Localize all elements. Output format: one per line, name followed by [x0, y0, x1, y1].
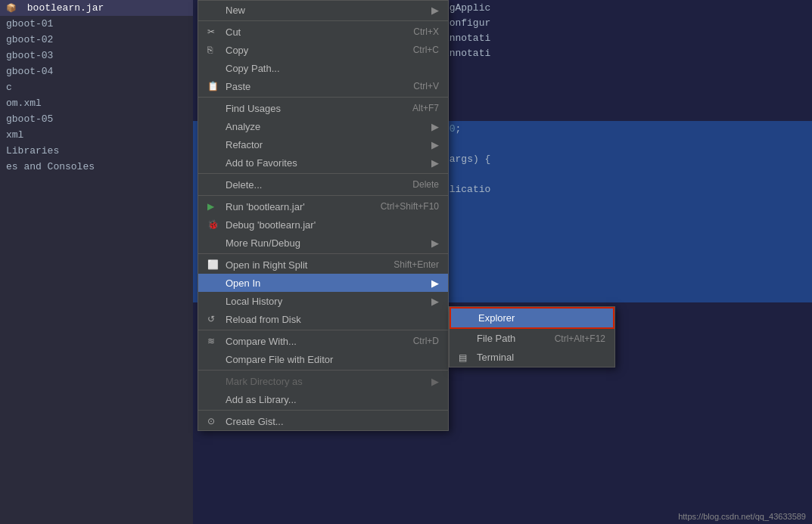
menu-item-create-gist-label: Create Gist...: [226, 416, 439, 427]
menu-item-refactor[interactable]: Refactor ▶: [198, 135, 448, 153]
url-text: https://blog.csdn.net/qq_43633589: [678, 512, 806, 521]
run-shortcut: Ctrl+Shift+F10: [381, 201, 439, 212]
menu-item-local-history[interactable]: Local History ▶: [198, 292, 448, 310]
sidebar-item-label: c: [6, 82, 12, 93]
submenu-item-terminal-label: Terminal: [477, 352, 514, 363]
analyze-arrow-icon: ▶: [431, 121, 439, 132]
compare-shortcut: Ctrl+D: [413, 336, 439, 346]
find-usages-shortcut: Alt+F7: [412, 103, 439, 113]
sidebar-item-gboot-02[interactable]: gboot-02: [0, 32, 193, 48]
menu-item-compare-with-label: Compare With...: [226, 336, 398, 347]
menu-item-open-in-right-split[interactable]: ⬜ Open in Right Split Shift+Enter: [198, 256, 448, 274]
sidebar-item-label: es and Consoles: [6, 161, 95, 172]
menu-item-mark-directory[interactable]: Mark Directory as ▶: [198, 372, 448, 390]
menu-item-more-run-debug[interactable]: More Run/Debug ▶: [198, 234, 448, 252]
menu-item-copy-path[interactable]: Copy Path...: [198, 59, 448, 77]
menu-item-delete-label: Delete...: [226, 179, 397, 191]
menu-item-create-gist[interactable]: ⊙ Create Gist...: [198, 412, 448, 430]
menu-item-open-in[interactable]: Open In ▶: [198, 274, 448, 292]
more-run-debug-arrow-icon: ▶: [431, 237, 439, 249]
sidebar-item-bootlearn-jar[interactable]: 📦 bootlearn.jar: [0, 0, 193, 16]
menu-item-add-library-label: Add as Library...: [226, 394, 439, 405]
sidebar-item-libraries[interactable]: Libraries: [0, 143, 193, 159]
jar-icon: 📦: [6, 3, 18, 13]
menu-separator-5: [198, 253, 448, 254]
sidebar-item-gboot-01[interactable]: gboot-01: [0, 16, 193, 32]
sidebar-item-pom-xml[interactable]: om.xml: [0, 95, 193, 111]
menu-item-local-history-label: Local History: [226, 296, 428, 307]
menu-item-add-as-library[interactable]: Add as Library...: [198, 390, 448, 408]
submenu-item-file-path[interactable]: File Path Ctrl+Alt+F12: [450, 329, 614, 348]
menu-item-add-to-favorites-label: Add to Favorites: [226, 157, 428, 169]
sidebar-item-gboot-05[interactable]: gboot-05: [0, 111, 193, 127]
menu-item-more-run-debug-label: More Run/Debug: [226, 237, 428, 249]
menu-item-debug-label: Debug 'bootlearn.jar': [226, 219, 439, 231]
menu-item-reload-from-disk[interactable]: ↺ Reload from Disk: [198, 310, 448, 328]
menu-item-run-label: Run 'bootlearn.jar': [226, 201, 366, 212]
menu-item-copy[interactable]: ⎘ Copy Ctrl+C: [198, 41, 448, 59]
refactor-arrow-icon: ▶: [431, 139, 439, 150]
sidebar-item-label: bootlearn.jar: [27, 2, 104, 14]
terminal-icon: ▤: [459, 352, 472, 363]
menu-item-find-usages[interactable]: Find Usages Alt+F7: [198, 99, 448, 117]
reload-icon: ↺: [207, 314, 221, 324]
menu-item-refactor-label: Refactor: [226, 139, 428, 150]
open-right-split-icon: ⬜: [207, 259, 221, 270]
menu-separator-3: [198, 173, 448, 174]
menu-item-compare-file-editor-label: Compare File with Editor: [226, 354, 439, 365]
open-in-arrow-icon: ▶: [431, 278, 439, 289]
context-menu: New ▶ ✂ Cut Ctrl+X ⎘ Copy Ctrl+C Copy Pa…: [198, 0, 449, 431]
sidebar-item-label: gboot-01: [6, 18, 53, 29]
copy-shortcut: Ctrl+C: [413, 45, 439, 55]
open-right-split-shortcut: Shift+Enter: [394, 259, 439, 270]
favorites-arrow-icon: ▶: [431, 157, 439, 169]
menu-item-cut[interactable]: ✂ Cut Ctrl+X: [198, 23, 448, 41]
sidebar-item-label: gboot-05: [6, 113, 53, 125]
sidebar-item-label: om.xml: [6, 98, 42, 109]
menu-item-add-to-favorites[interactable]: Add to Favorites ▶: [198, 153, 448, 172]
open-in-submenu: Explorer File Path Ctrl+Alt+F12 ▤ Termin…: [449, 306, 615, 367]
file-path-shortcut: Ctrl+Alt+F12: [555, 333, 605, 344]
url-bar: https://blog.csdn.net/qq_43633589: [585, 509, 812, 524]
sidebar-item-c[interactable]: c: [0, 79, 193, 95]
debug-icon: 🐞: [207, 219, 221, 230]
menu-item-analyze[interactable]: Analyze ▶: [198, 117, 448, 135]
menu-item-compare-with[interactable]: ≋ Compare With... Ctrl+D: [198, 332, 448, 350]
menu-item-delete[interactable]: Delete... Delete: [198, 175, 448, 194]
cut-shortcut: Ctrl+X: [413, 26, 439, 37]
sidebar-item-label: gboot-03: [6, 50, 53, 61]
paste-icon: 📋: [207, 81, 221, 91]
menu-separator-1: [198, 20, 448, 21]
copy-icon: ⎘: [207, 45, 221, 55]
cut-icon: ✂: [207, 26, 221, 37]
submenu-arrow-icon: ▶: [431, 5, 439, 16]
menu-item-new[interactable]: New ▶: [198, 1, 448, 19]
delete-shortcut: Delete: [412, 179, 439, 190]
menu-item-copy-label: Copy: [226, 45, 398, 56]
menu-item-copy-path-label: Copy Path...: [226, 63, 439, 74]
menu-item-paste[interactable]: 📋 Paste Ctrl+V: [198, 77, 448, 95]
menu-item-find-usages-label: Find Usages: [226, 103, 397, 114]
submenu-item-terminal[interactable]: ▤ Terminal: [450, 348, 614, 367]
menu-item-open-right-split-label: Open in Right Split: [226, 259, 378, 271]
menu-separator-2: [198, 97, 448, 98]
sidebar-item-xml[interactable]: xml: [0, 127, 193, 143]
menu-item-compare-file-editor[interactable]: Compare File with Editor: [198, 350, 448, 368]
menu-item-new-label: New: [226, 5, 428, 16]
menu-item-debug[interactable]: 🐞 Debug 'bootlearn.jar': [198, 215, 448, 234]
sidebar-item-gboot-03[interactable]: gboot-03: [0, 48, 193, 64]
menu-item-paste-label: Paste: [226, 81, 398, 92]
run-icon: ▶: [207, 201, 221, 212]
menu-item-cut-label: Cut: [226, 26, 398, 38]
local-history-arrow-icon: ▶: [431, 296, 439, 307]
submenu-item-explorer-label: Explorer: [478, 312, 515, 324]
sidebar-item-gboot-04[interactable]: gboot-04: [0, 64, 193, 79]
sidebar-item-label: Libraries: [6, 145, 59, 157]
submenu-item-file-path-label: File Path: [477, 333, 515, 344]
submenu-item-explorer[interactable]: Explorer: [450, 307, 614, 329]
menu-item-mark-directory-label: Mark Directory as: [226, 376, 428, 387]
menu-item-run[interactable]: ▶ Run 'bootlearn.jar' Ctrl+Shift+F10: [198, 197, 448, 215]
sidebar: 📦 bootlearn.jar gboot-01 gboot-02 gboot-…: [0, 0, 193, 524]
sidebar-item-consoles[interactable]: es and Consoles: [0, 159, 193, 175]
menu-separator-8: [198, 410, 448, 411]
